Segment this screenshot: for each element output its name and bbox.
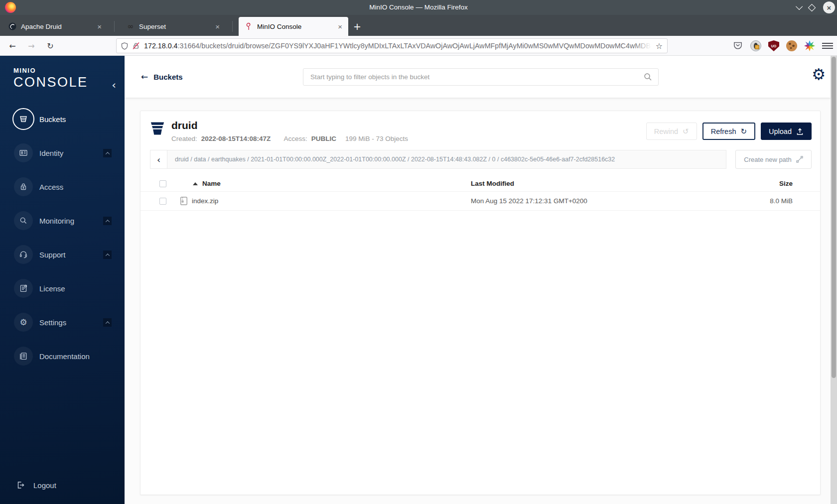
extension-icon[interactable]	[750, 40, 761, 51]
object-filter-search[interactable]	[303, 68, 659, 86]
tab-close-icon[interactable]: ×	[337, 22, 343, 31]
chevron-up-icon[interactable]	[103, 251, 112, 259]
sidebar-item-logout[interactable]: Logout	[0, 480, 125, 490]
breadcrumb-back-chevron[interactable]: ‹	[150, 150, 167, 168]
access-value: PUBLIC	[311, 135, 336, 142]
page-scrollbar[interactable]	[831, 56, 837, 504]
minio-sidebar: MINIO CONSOLE ‹ Buckets	[0, 56, 125, 504]
column-header-size[interactable]: Size	[695, 180, 793, 187]
license-document-icon	[14, 279, 33, 298]
tab-close-icon[interactable]: ×	[214, 22, 221, 31]
table-header-row: Name Last Modified Size	[140, 176, 820, 192]
sidebar-item-license[interactable]: License	[0, 271, 125, 305]
sidebar-item-documentation[interactable]: Documentation	[0, 339, 125, 373]
tab-label: MinIO Console	[257, 23, 337, 30]
tab-minio-console[interactable]: MinIO Console ×	[239, 17, 348, 36]
window-titlebar: MinIO Console — Mozilla Firefox ×	[0, 0, 837, 15]
column-header-name[interactable]: Name	[202, 180, 221, 187]
bucket-usage: 199 MiB - 73 Objects	[345, 135, 408, 142]
back-to-buckets-link[interactable]: ← Buckets	[141, 72, 183, 82]
breadcrumb-path[interactable]: druid / data / earthquakes / 2021-01-01T…	[167, 150, 726, 168]
sidebar-item-monitoring[interactable]: Monitoring	[0, 204, 125, 238]
bookmark-star-icon[interactable]: ☆	[656, 41, 663, 51]
monitoring-magnifier-icon	[14, 211, 33, 230]
refresh-button[interactable]: Refresh ↻	[702, 123, 755, 140]
tab-apache-druid[interactable]: Apache Druid ×	[2, 17, 108, 36]
rewind-button[interactable]: Rewind ↺	[646, 123, 697, 140]
tab-label: Superset	[139, 23, 214, 30]
chevron-up-icon[interactable]	[103, 318, 112, 327]
bucket-meta: Created: 2022-08-15T14:08:47Z Access: PU…	[171, 135, 408, 142]
upload-button[interactable]: Upload	[761, 123, 812, 140]
sidebar-item-label: Identity	[39, 149, 63, 157]
tab-superset[interactable]: ∞ Superset ×	[121, 17, 226, 36]
create-new-path-button[interactable]: Create new path	[735, 150, 812, 169]
rewind-label: Rewind	[654, 127, 678, 135]
tab-close-icon[interactable]: ×	[96, 22, 103, 31]
content-header: ← Buckets ⚙	[125, 56, 831, 98]
forward-button[interactable]: →	[23, 37, 40, 54]
sidebar-item-label: Monitoring	[39, 217, 74, 225]
bucket-icon	[150, 122, 165, 135]
chevron-up-icon[interactable]	[103, 149, 112, 157]
sidebar-item-label: Support	[39, 251, 66, 259]
cookie-extension-icon[interactable]	[786, 40, 797, 51]
chevron-up-icon[interactable]	[103, 217, 112, 225]
minio-logo: MINIO CONSOLE	[0, 56, 125, 90]
lock-icon	[14, 177, 33, 196]
object-size: 8.0 MiB	[695, 197, 793, 205]
sidebar-item-label: Settings	[39, 318, 66, 327]
sort-ascending-icon[interactable]	[193, 182, 198, 185]
refresh-icon: ↻	[740, 127, 747, 136]
sidebar-item-support[interactable]: Support	[0, 238, 125, 271]
window-close-button[interactable]: ×	[823, 1, 835, 13]
back-button[interactable]: ←	[4, 37, 21, 54]
logout-icon	[15, 480, 25, 490]
row-checkbox[interactable]	[159, 198, 166, 205]
sidebar-item-access[interactable]: Access	[0, 170, 125, 204]
ublock-origin-icon[interactable]: UO	[768, 40, 779, 51]
browser-tab-bar: Apache Druid × ∞ Superset × MinIO Consol…	[0, 15, 837, 36]
url-bar[interactable]: 172.18.0.4:31664/buckets/druid/browse/ZG…	[116, 38, 668, 53]
back-to-buckets-label: Buckets	[153, 73, 182, 81]
url-path: :31664/buckets/druid/browse/ZGF0YS9lYXJ0…	[178, 42, 651, 50]
sidebar-item-label: License	[39, 284, 65, 293]
sidebar-collapse-icon[interactable]: ‹	[112, 80, 116, 91]
pocket-icon[interactable]	[732, 40, 743, 51]
created-value: 2022-08-15T14:08:47Z	[201, 135, 271, 142]
access-label: Access:	[283, 135, 307, 142]
new-tab-button[interactable]: +	[353, 21, 361, 32]
scrollbar-thumb[interactable]	[832, 57, 836, 378]
sidebar-item-settings[interactable]: ⚙ Settings	[0, 305, 125, 339]
sidebar-item-buckets[interactable]: Buckets	[0, 102, 125, 136]
select-all-checkbox[interactable]	[159, 180, 166, 187]
reload-button[interactable]: ↻	[42, 37, 59, 54]
hamburger-menu-icon[interactable]	[822, 40, 833, 51]
sidebar-item-label: Documentation	[39, 352, 90, 361]
refresh-label: Refresh	[711, 127, 736, 135]
sidebar-item-label: Access	[39, 183, 63, 191]
search-input[interactable]	[309, 73, 644, 81]
multicolor-star-extension-icon[interactable]	[804, 40, 815, 51]
druid-icon	[8, 22, 16, 30]
minio-logo-small: MINIO	[13, 67, 125, 74]
column-header-last-modified[interactable]: Last Modified	[471, 180, 695, 187]
minio-logo-large: CONSOLE	[13, 75, 125, 90]
url-text[interactable]: 172.18.0.4:31664/buckets/druid/browse/ZG…	[144, 42, 651, 50]
console-settings-gear-icon[interactable]: ⚙	[812, 67, 826, 82]
object-name[interactable]: index.zip	[192, 197, 218, 205]
insecure-lock-icon[interactable]	[133, 42, 140, 49]
create-new-path-label: Create new path	[744, 156, 791, 163]
support-headset-icon	[14, 245, 33, 264]
window-minimize-icon[interactable]	[796, 3, 803, 10]
create-path-icon	[796, 156, 803, 163]
search-icon	[644, 73, 652, 81]
settings-gear-icon: ⚙	[14, 313, 33, 332]
browser-toolbar: ← → ↻ 172.18.0.4:31664/buckets/druid/bro…	[0, 36, 837, 56]
table-row[interactable]: index.zip Mon Aug 15 2022 17:12:31 GMT+0…	[140, 192, 820, 211]
tracking-shield-icon[interactable]	[121, 42, 128, 50]
minio-flamingo-icon	[245, 22, 253, 30]
window-maximize-icon[interactable]	[808, 3, 816, 11]
sidebar-item-identity[interactable]: Identity	[0, 136, 125, 170]
upload-label: Upload	[769, 127, 792, 135]
